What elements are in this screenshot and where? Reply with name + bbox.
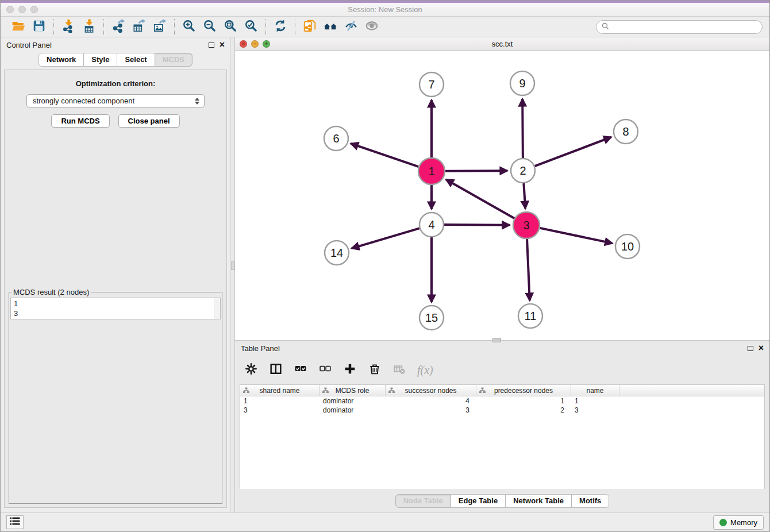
search-input[interactable] bbox=[612, 23, 757, 32]
graph-node-6[interactable]: 6 bbox=[324, 126, 348, 151]
hide-selected-button[interactable] bbox=[343, 19, 359, 35]
add-row-button[interactable] bbox=[343, 363, 357, 377]
column-header-name[interactable]: name bbox=[571, 385, 619, 396]
result-scrollbar[interactable] bbox=[214, 298, 220, 319]
task-history-button[interactable] bbox=[6, 515, 24, 529]
graph-node-7[interactable]: 7 bbox=[419, 72, 444, 97]
graph-node-14[interactable]: 14 bbox=[325, 241, 349, 265]
table-options-button[interactable] bbox=[244, 363, 258, 377]
zoom-window-button[interactable] bbox=[30, 6, 38, 13]
graph-node-11[interactable]: 11 bbox=[518, 304, 542, 328]
tab-motifs[interactable]: Motifs bbox=[572, 494, 609, 508]
run-mcds-button[interactable]: Run MCDS bbox=[51, 114, 109, 128]
export-network-button[interactable] bbox=[110, 19, 126, 35]
table-row[interactable]: 1dominator411 bbox=[240, 396, 764, 406]
graph-node-2[interactable]: 2 bbox=[511, 159, 535, 183]
cell-shared-name[interactable]: 3 bbox=[240, 406, 319, 414]
graph-node-4[interactable]: 4 bbox=[419, 213, 444, 237]
open-session-button[interactable] bbox=[10, 19, 26, 35]
network-canvas[interactable]: 1234678910111415 bbox=[235, 51, 769, 340]
unselect-all-icon bbox=[319, 363, 331, 377]
tab-edge-table[interactable]: Edge Table bbox=[451, 494, 506, 508]
import-network-button[interactable] bbox=[60, 19, 76, 35]
import-table-button[interactable] bbox=[81, 19, 97, 35]
graph-edge-1-2[interactable] bbox=[445, 171, 507, 171]
graph-node-9[interactable]: 9 bbox=[510, 71, 534, 95]
tab-mcds[interactable]: MCDS bbox=[155, 53, 192, 67]
split-panel-button[interactable] bbox=[269, 363, 283, 377]
graph-node-15[interactable]: 15 bbox=[419, 306, 444, 330]
graph-edge-4-3[interactable] bbox=[444, 225, 510, 225]
clone-network-button[interactable] bbox=[302, 19, 318, 35]
svg-text:2: 2 bbox=[519, 164, 526, 177]
cell-name[interactable]: 3 bbox=[571, 406, 619, 414]
graph-node-1[interactable]: 1 bbox=[418, 158, 445, 184]
graph-edge-3-1[interactable] bbox=[446, 179, 514, 218]
tab-select[interactable]: Select bbox=[117, 53, 155, 67]
delete-row-button[interactable] bbox=[368, 363, 382, 377]
close-panel-button[interactable]: Close panel bbox=[118, 114, 180, 128]
close-window-button[interactable] bbox=[6, 6, 14, 13]
horizontal-splitter-grip[interactable] bbox=[492, 338, 501, 342]
close-network-icon[interactable]: × bbox=[240, 40, 247, 48]
float-table-panel-icon[interactable] bbox=[748, 346, 753, 351]
chevron-up-down-icon bbox=[195, 98, 201, 105]
column-header-successor-nodes[interactable]: successor nodes bbox=[386, 385, 476, 396]
column-header-MCDS-role[interactable]: MCDS role bbox=[319, 385, 386, 396]
tab-network[interactable]: Network bbox=[38, 53, 84, 67]
graph-edge-1-6[interactable] bbox=[351, 144, 419, 167]
tab-network-table[interactable]: Network Table bbox=[506, 494, 572, 508]
graph-node-8[interactable]: 8 bbox=[614, 119, 638, 144]
minimize-network-icon[interactable]: − bbox=[251, 40, 259, 48]
zoom-selected-button[interactable] bbox=[243, 19, 259, 35]
column-header-predecessor-nodes[interactable]: predecessor nodes bbox=[476, 385, 571, 396]
graph-edge-3-11[interactable] bbox=[527, 239, 530, 300]
save-session-icon bbox=[32, 19, 46, 35]
unselect-all-button[interactable] bbox=[318, 363, 332, 377]
zoom-in-button[interactable] bbox=[181, 19, 197, 35]
vertical-splitter[interactable] bbox=[230, 37, 235, 512]
maximize-network-icon[interactable]: + bbox=[263, 40, 270, 48]
show-all-button[interactable] bbox=[364, 19, 380, 35]
column-header-shared-name[interactable]: shared name bbox=[240, 385, 319, 396]
zoom-out-button[interactable] bbox=[202, 19, 218, 35]
graph-edge-2-3[interactable] bbox=[523, 183, 525, 209]
float-panel-icon[interactable] bbox=[209, 43, 214, 48]
first-neighbors-button[interactable] bbox=[322, 19, 338, 35]
table-body: 1dominator4113dominator323 bbox=[240, 396, 764, 415]
export-table-button[interactable] bbox=[131, 19, 147, 35]
tab-node-table[interactable]: Node Table bbox=[395, 494, 451, 508]
cell-successor-nodes[interactable]: 3 bbox=[386, 406, 476, 414]
graph-edge-3-10[interactable] bbox=[540, 228, 613, 244]
window-controls bbox=[6, 6, 38, 13]
cell-name[interactable]: 1 bbox=[571, 397, 619, 405]
graph-node-3[interactable]: 3 bbox=[513, 212, 540, 238]
memory-button[interactable]: Memory bbox=[713, 515, 764, 530]
cell-successor-nodes[interactable]: 4 bbox=[386, 397, 476, 405]
show-all-icon bbox=[365, 19, 379, 35]
close-table-panel-icon[interactable]: × bbox=[759, 345, 764, 352]
export-image-button[interactable] bbox=[152, 19, 168, 35]
cell-predecessor-nodes[interactable]: 2 bbox=[476, 406, 571, 414]
search-box[interactable] bbox=[596, 20, 763, 34]
tab-style[interactable]: Style bbox=[84, 53, 117, 67]
minimize-window-button[interactable] bbox=[18, 6, 26, 13]
table-row[interactable]: 3dominator323 bbox=[240, 406, 764, 415]
graph-edge-2-9[interactable] bbox=[522, 99, 523, 158]
network-graph[interactable]: 1234678910111415 bbox=[235, 51, 769, 340]
graph-node-10[interactable]: 10 bbox=[615, 234, 640, 259]
graph-edge-2-8[interactable] bbox=[535, 137, 611, 167]
mcds-result-area[interactable]: 1 3 bbox=[10, 298, 221, 319]
graph-edge-4-14[interactable] bbox=[352, 228, 419, 248]
cell-MCDS-role[interactable]: dominator bbox=[319, 406, 386, 414]
cell-MCDS-role[interactable]: dominator bbox=[319, 397, 386, 405]
cell-predecessor-nodes[interactable]: 1 bbox=[476, 397, 571, 405]
splitter-grip[interactable] bbox=[231, 261, 234, 270]
apply-layout-button[interactable] bbox=[272, 19, 288, 35]
save-session-button[interactable] bbox=[31, 19, 47, 35]
select-all-button[interactable] bbox=[294, 363, 307, 377]
cell-shared-name[interactable]: 1 bbox=[240, 397, 319, 405]
close-panel-icon[interactable]: × bbox=[220, 41, 225, 48]
optimization-criterion-select[interactable]: strongly connected component bbox=[26, 94, 205, 107]
zoom-fit-button[interactable] bbox=[222, 19, 238, 35]
